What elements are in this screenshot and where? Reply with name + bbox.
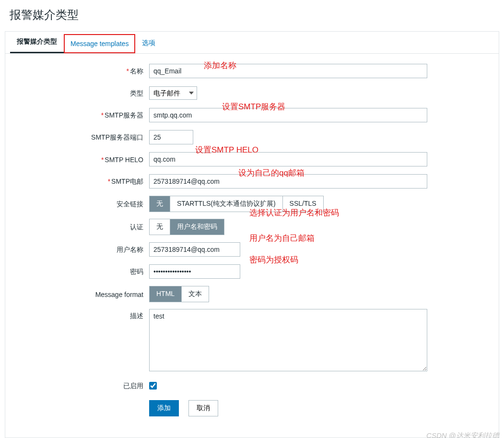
name-input[interactable]: [149, 64, 427, 78]
label-smtp-server: *SMTP服务器: [15, 110, 149, 120]
security-opt-ssl[interactable]: SSL/TLS: [283, 196, 323, 212]
cancel-button[interactable]: 取消: [188, 400, 218, 416]
smtp-server-input[interactable]: [149, 108, 427, 122]
auth-opt-none[interactable]: 无: [150, 219, 170, 235]
description-input[interactable]: [149, 309, 427, 371]
format-toggle: HTML 文本: [149, 286, 209, 302]
tabs: 报警媒介类型 Message templates 选项: [5, 32, 499, 54]
label-security: 安全链接: [15, 199, 149, 209]
auth-toggle: 无 用户名和密码: [149, 219, 224, 235]
tab-media-types[interactable]: 报警媒介类型: [10, 32, 64, 53]
password-input[interactable]: [149, 264, 240, 279]
username-input[interactable]: [149, 242, 240, 257]
label-description: 描述: [15, 309, 149, 320]
label-smtp-helo: *SMTP HELO: [15, 155, 149, 164]
enabled-checkbox[interactable]: [149, 382, 157, 390]
smtp-port-input[interactable]: [149, 130, 193, 144]
label-type: 类型: [15, 88, 149, 98]
security-opt-none[interactable]: 无: [150, 196, 170, 212]
label-enabled: 已启用: [15, 381, 149, 391]
smtp-helo-input[interactable]: [149, 152, 427, 166]
format-opt-html[interactable]: HTML: [150, 286, 182, 302]
form-container: 报警媒介类型 Message templates 选项 *名称 类型 电子邮件 …: [5, 31, 499, 438]
label-auth: 认证: [15, 222, 149, 232]
tab-message-templates[interactable]: Message templates: [64, 34, 135, 53]
security-opt-starttls[interactable]: STARTTLS(纯文本通信协议扩展): [170, 196, 283, 212]
type-select[interactable]: 电子邮件: [149, 86, 197, 100]
format-opt-text[interactable]: 文本: [182, 286, 209, 302]
watermark: CSDN @达米安利拉德: [426, 431, 499, 438]
security-toggle: 无 STARTTLS(纯文本通信协议扩展) SSL/TLS: [149, 196, 324, 212]
label-smtp-port: SMTP服务器端口: [15, 132, 149, 142]
page-title: 报警媒介类型: [0, 0, 504, 31]
form: *名称 类型 电子邮件 *SMTP服务器 SMTP服务器端口 *SMTP HEL…: [5, 54, 499, 438]
label-username: 用户名称: [15, 245, 149, 254]
add-button[interactable]: 添加: [149, 400, 179, 416]
label-smtp-email: *SMTP电邮: [15, 177, 149, 186]
label-name: *名称: [15, 66, 149, 76]
auth-opt-userpass[interactable]: 用户名和密码: [170, 219, 224, 235]
label-password: 密码: [15, 267, 149, 276]
label-msg-format: Message format: [15, 290, 149, 298]
tab-options[interactable]: 选项: [135, 33, 162, 53]
smtp-email-input[interactable]: [149, 174, 427, 189]
